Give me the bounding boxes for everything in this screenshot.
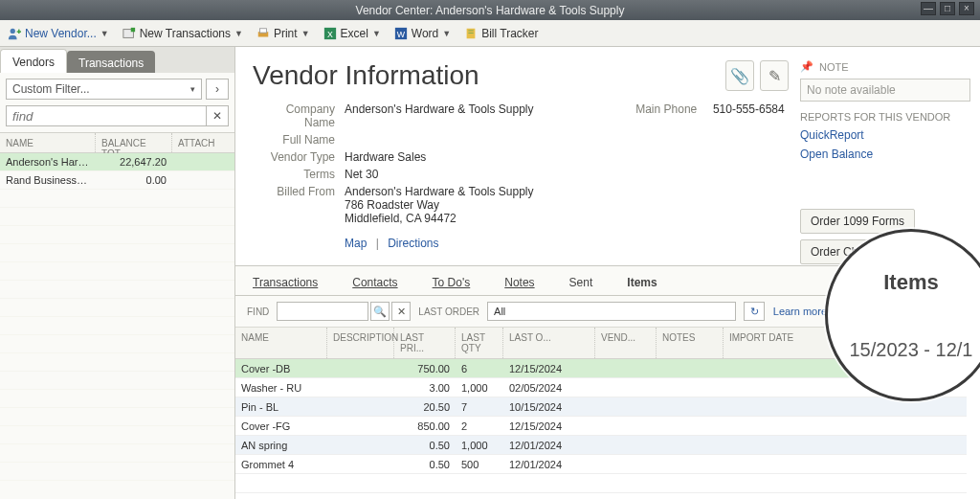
label-type: Vendor Type xyxy=(253,150,345,164)
col-name[interactable]: NAME xyxy=(0,133,96,152)
quickreport-link[interactable]: QuickReport xyxy=(800,128,970,142)
excel-label: Excel xyxy=(341,27,368,40)
items-col-notes[interactable]: NOTES xyxy=(657,328,724,358)
item-row[interactable]: Pin - BL20.50710/15/2024 xyxy=(235,397,967,417)
items-col-desc[interactable]: DESCRIPTION xyxy=(327,328,394,358)
item-price: 0.50 xyxy=(394,440,456,451)
note-box[interactable]: No note available xyxy=(800,79,970,102)
svg-text:W: W xyxy=(397,29,406,38)
order-checks-button[interactable]: Order Checks xyxy=(800,239,892,264)
items-col-vend[interactable]: VEND... xyxy=(595,328,657,358)
items-find-search-button[interactable]: 🔍 xyxy=(370,302,390,321)
paperclip-icon: 📎 xyxy=(730,67,749,85)
items-col-date[interactable]: LAST O... xyxy=(503,328,595,358)
side-column: 📌NOTE No note available REPORTS FOR THIS… xyxy=(800,60,970,270)
window-title: Vendor Center: Anderson's Hardware & Too… xyxy=(356,4,625,17)
value-phone: 510-555-6584 xyxy=(713,102,785,116)
lastorder-combo[interactable]: All xyxy=(487,302,736,321)
attach-button[interactable]: 📎 xyxy=(725,60,754,91)
item-name: Washer - RU xyxy=(235,382,327,394)
item-qty: 6 xyxy=(456,363,503,374)
filter-combo[interactable]: Custom Filter... ▾ xyxy=(6,79,202,100)
item-row[interactable]: Cover -DB750.00612/15/2024 xyxy=(235,359,967,378)
tab-items[interactable]: Items xyxy=(623,272,660,295)
close-button[interactable]: × xyxy=(959,2,974,15)
vendor-row[interactable]: Rand Business Su...0.00 xyxy=(0,171,234,190)
value-company: Anderson's Hardware & Tools Supply xyxy=(345,102,534,116)
item-row[interactable]: Cover -FG850.00212/15/2024 xyxy=(235,417,967,436)
order-1099-button[interactable]: Order 1099 Forms xyxy=(800,209,915,234)
svg-rect-4 xyxy=(130,27,134,31)
tab-transactions-label: Transactions xyxy=(253,276,318,289)
items-header: NAME DESCRIPTION LAST PRI... LAST QTY LA… xyxy=(235,328,967,359)
items-col-import[interactable]: IMPORT DATE xyxy=(724,328,967,358)
excel-button[interactable]: X Excel▼ xyxy=(323,27,381,40)
pin-icon: 📌 xyxy=(800,60,813,73)
item-qty: 7 xyxy=(456,401,503,413)
vendors-tab-label: Vendors xyxy=(12,56,55,69)
vendor-name: Rand Business Su... xyxy=(0,174,96,186)
divider: | xyxy=(376,237,379,250)
vendors-tab[interactable]: Vendors xyxy=(0,49,67,73)
tab-sent-label: Sent xyxy=(569,276,593,289)
note-header: NOTE xyxy=(819,61,849,73)
tab-notes-label: Notes xyxy=(504,276,534,289)
vendor-list[interactable]: Anderson's Hardwa...22,647.20Rand Busine… xyxy=(0,153,234,499)
new-vendor-label: New Vendor... xyxy=(25,27,97,40)
new-vendor-button[interactable]: New Vendor...▼ xyxy=(8,27,109,40)
left-panel: Vendors Transactions Custom Filter... ▾ … xyxy=(0,47,235,499)
refresh-icon: ↻ xyxy=(750,306,759,318)
items-col-price[interactable]: LAST PRI... xyxy=(394,328,456,358)
label-company: Company Name xyxy=(253,102,345,129)
vendor-balance: 22,647.20 xyxy=(96,156,172,168)
items-find-clear-button[interactable]: ✕ xyxy=(391,302,411,321)
item-price: 20.50 xyxy=(394,401,456,413)
item-row[interactable]: Grommet 40.5050012/01/2024 xyxy=(235,455,967,474)
chevron-down-icon: ▾ xyxy=(190,84,195,94)
reports-header: REPORTS FOR THIS VENDOR xyxy=(800,111,970,123)
transactions-tab[interactable]: Transactions xyxy=(67,51,155,73)
edit-button[interactable]: ✎ xyxy=(760,60,789,91)
tab-transactions[interactable]: Transactions xyxy=(249,272,322,295)
tab-sent[interactable]: Sent xyxy=(566,272,597,295)
refresh-button[interactable]: ↻ xyxy=(744,302,765,321)
items-col-qty[interactable]: LAST QTY xyxy=(456,328,503,358)
item-name: Cover -DB xyxy=(235,363,327,374)
items-find-input[interactable] xyxy=(277,302,368,321)
item-row[interactable]: AN spring0.501,00012/01/2024 xyxy=(235,436,967,455)
vendor-row[interactable]: Anderson's Hardwa...22,647.20 xyxy=(0,153,234,171)
tab-contacts[interactable]: Contacts xyxy=(348,272,401,295)
transactions-tab-label: Transactions xyxy=(78,57,144,70)
vendor-find-clear-button[interactable]: ✕ xyxy=(206,105,229,126)
tab-notes[interactable]: Notes xyxy=(501,272,538,295)
items-body[interactable]: Cover -DB750.00612/15/2024Washer - RU3.0… xyxy=(235,359,967,493)
col-balance[interactable]: BALANCE TOT... xyxy=(96,133,172,152)
vendor-find-input[interactable] xyxy=(6,105,207,126)
main-toolbar: New Vendor...▼ New Transactions▼ Print▼ … xyxy=(0,20,980,47)
item-qty: 500 xyxy=(456,459,503,470)
items-col-name[interactable]: NAME xyxy=(235,328,327,358)
detail-section: Transactions Contacts To Do's Notes Sent… xyxy=(235,265,980,499)
item-row[interactable]: Washer - RU3.001,00002/05/2024 xyxy=(235,378,967,397)
openbalance-link[interactable]: Open Balance xyxy=(800,147,970,161)
item-price: 3.00 xyxy=(394,382,456,394)
directions-link[interactable]: Directions xyxy=(388,237,438,250)
filter-forward-button[interactable]: › xyxy=(206,79,229,100)
label-billed: Billed From xyxy=(253,185,345,225)
map-link[interactable]: Map xyxy=(345,237,367,250)
maximize-button[interactable]: □ xyxy=(940,2,955,15)
items-scroll-up[interactable]: ▲ xyxy=(967,328,980,347)
person-plus-icon xyxy=(8,27,21,40)
minimize-button[interactable]: — xyxy=(921,2,936,15)
new-transactions-button[interactable]: New Transactions▼ xyxy=(122,27,243,40)
item-price: 750.00 xyxy=(394,363,456,374)
tab-items-label: Items xyxy=(627,276,657,289)
bill-tracker-button[interactable]: Bill Tracker xyxy=(464,27,538,40)
print-button[interactable]: Print▼ xyxy=(256,27,310,40)
col-attach[interactable]: ATTACH xyxy=(172,133,234,152)
learn-more-text: Learn more about managing vendor items xyxy=(773,306,969,317)
word-button[interactable]: W Word▼ xyxy=(394,27,451,40)
learn-more-link[interactable]: Learn more about managing vendor items xyxy=(773,306,969,317)
tab-todos[interactable]: To Do's xyxy=(429,272,475,295)
lastorder-label: LAST ORDER xyxy=(418,306,479,317)
